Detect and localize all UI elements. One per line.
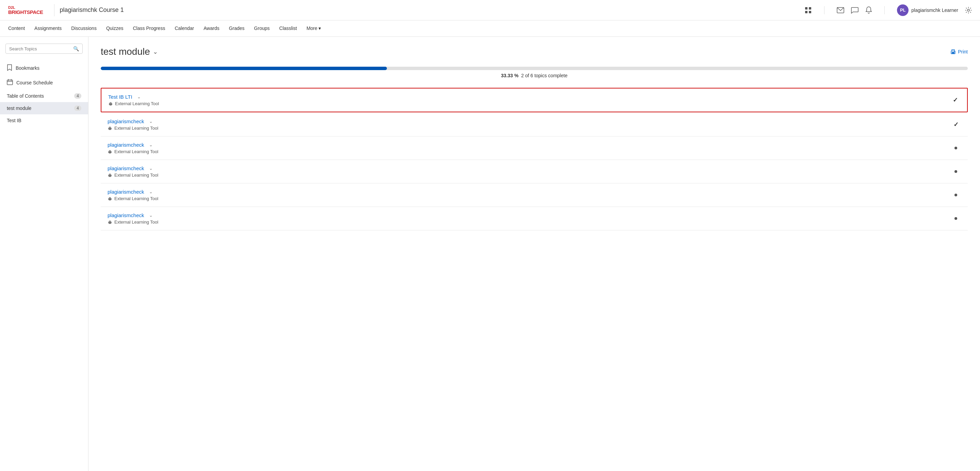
topic-status [951,217,961,220]
nav-calendar[interactable]: Calendar [175,21,194,37]
nav-classlist[interactable]: Classlist [279,21,297,37]
course-schedule-label: Course Schedule [16,80,53,86]
topic-name[interactable]: plagiarismcheck ⌄ [108,142,951,148]
svg-rect-2 [805,11,808,13]
dot-icon [955,194,957,196]
topic-sub: External Learning Tool [108,196,951,201]
topic-chevron[interactable]: ⌄ [149,189,153,194]
svg-point-5 [967,9,969,11]
nav-class-progress[interactable]: Class Progress [133,21,165,37]
bookmarks-label: Bookmarks [16,65,40,71]
topic-chevron[interactable]: ⌄ [149,213,153,218]
topic-info: plagiarismcheck ⌄ External Learning Tool [108,142,951,154]
grid-icon-button[interactable] [804,6,812,14]
chat-icon-button[interactable] [851,7,859,14]
progress-bar-fill [101,67,387,70]
content-header: test module ⌄ Print [101,46,968,57]
topic-status [951,170,961,173]
topic-info: plagiarismcheck ⌄ External Learning Tool [108,118,951,130]
toc-label: Table of Contents [7,93,44,99]
test-module-badge: 4 [74,105,81,111]
tool-icon [108,102,113,106]
icon-divider [824,6,824,14]
search-input[interactable] [9,46,73,51]
table-row: Test IB LTI ⌄ External Learning Tool ✓ [101,88,968,112]
table-row: plagiarismcheck ⌄ External Learning Tool [101,207,968,231]
check-icon: ✓ [953,96,958,104]
nav-assignments[interactable]: Assignments [34,21,62,37]
content-area: test module ⌄ Print 33.33 % 2 of 6 topic… [89,37,980,471]
nav-discussions[interactable]: Discussions [71,21,97,37]
sidebar-item-test-module[interactable]: test module 4 [0,102,88,115]
mail-icon-button[interactable] [837,7,844,13]
svg-point-9 [954,51,955,52]
print-button[interactable]: Print [950,49,968,54]
avatar: PL [897,5,908,16]
topic-name[interactable]: plagiarismcheck ⌄ [108,118,951,124]
logo-area: D2L BRIGHTSPACE [8,6,43,14]
bell-icon-button[interactable] [865,6,872,14]
sidebar-item-bookmarks[interactable]: Bookmarks [0,60,88,76]
topic-sub: External Learning Tool [108,126,951,130]
topic-sub: External Learning Tool [108,173,951,178]
topic-name[interactable]: plagiarismcheck ⌄ [108,212,951,218]
check-icon: ✓ [953,121,959,128]
tool-icon [108,126,112,130]
nav-groups[interactable]: Groups [254,21,270,37]
user-name: plagiarismchk Learner [911,8,958,13]
topic-status [951,147,961,150]
svg-point-21 [109,221,111,222]
svg-rect-1 [809,7,811,10]
avatar-button[interactable]: PL plagiarismchk Learner [897,5,958,16]
logo-brightspace: BRIGHTSPACE [8,10,43,14]
mail-icon [837,7,844,13]
topic-chevron[interactable]: ⌄ [149,119,153,124]
svg-point-11 [110,102,111,103]
topic-chevron[interactable]: ⌄ [149,166,153,171]
nav-more[interactable]: More ▾ [307,21,321,37]
dot-icon [955,147,957,150]
progress-of: 2 of 6 topics complete [521,73,567,78]
header-divider [54,4,54,16]
table-row: plagiarismcheck ⌄ External Learning Tool [101,183,968,207]
nav-bar: Content Assignments Discussions Quizzes … [0,21,980,37]
grid-icon [804,6,812,14]
sidebar-item-test-ib[interactable]: Test IB [0,115,88,127]
topic-info: plagiarismcheck ⌄ External Learning Tool [108,212,951,224]
topic-status: ✓ [950,96,960,104]
table-row: plagiarismcheck ⌄ External Learning Tool [101,137,968,160]
header-icons: PL plagiarismchk Learner [804,5,972,16]
module-title-chevron[interactable]: ⌄ [153,48,158,56]
bookmark-icon [7,64,12,72]
topic-name[interactable]: Test IB LTI ⌄ [108,94,950,100]
topic-status [951,194,961,196]
bell-icon [865,6,872,14]
settings-icon-button[interactable] [965,7,972,14]
table-row: plagiarismcheck ⌄ External Learning Tool… [101,113,968,137]
topic-name[interactable]: plagiarismcheck ⌄ [108,189,951,195]
search-icon: 🔍 [73,46,79,51]
tool-icon [108,173,112,178]
topic-chevron[interactable]: ⌄ [137,94,141,99]
sidebar-item-course-schedule[interactable]: Course Schedule [0,76,88,90]
nav-grades[interactable]: Grades [229,21,245,37]
topic-name[interactable]: plagiarismcheck ⌄ [108,165,951,171]
topic-status: ✓ [951,121,961,128]
svg-point-17 [109,173,111,175]
svg-point-13 [109,127,111,128]
topic-chevron[interactable]: ⌄ [149,142,153,147]
search-box[interactable]: 🔍 [5,43,83,54]
calendar-icon [7,79,13,86]
tool-icon [108,196,112,201]
tool-icon [108,220,112,224]
test-ib-label: Test IB [7,118,21,123]
main-layout: 🔍 Bookmarks Course Schedule Table of Con [0,37,980,471]
print-icon [950,49,956,54]
nav-quizzes[interactable]: Quizzes [106,21,124,37]
nav-content[interactable]: Content [8,21,25,37]
sidebar-section-toc[interactable]: Table of Contents 4 [0,90,88,102]
module-title: test module ⌄ [101,46,158,57]
nav-awards[interactable]: Awards [204,21,219,37]
progress-section: 33.33 % 2 of 6 topics complete [101,67,968,78]
sidebar: 🔍 Bookmarks Course Schedule Table of Con [0,37,89,471]
